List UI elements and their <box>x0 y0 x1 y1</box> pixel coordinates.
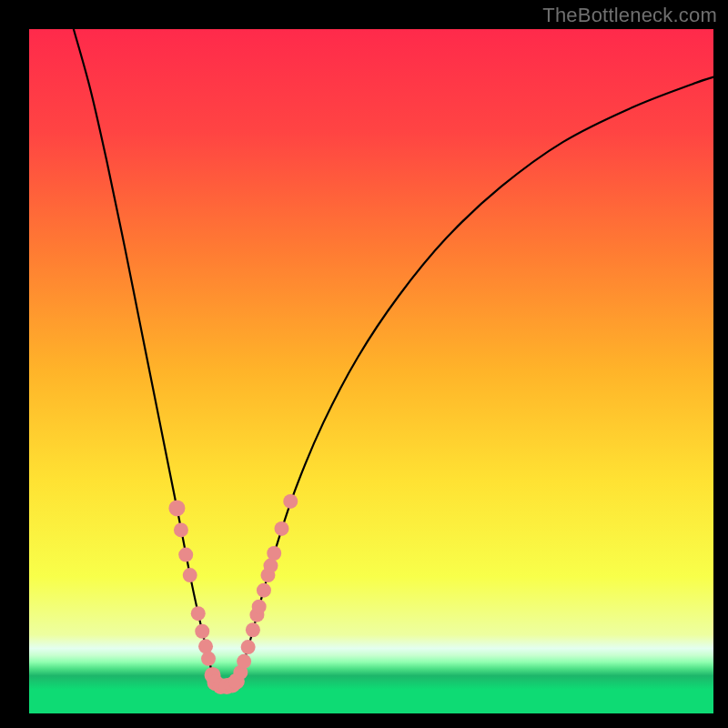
data-marker <box>252 600 267 614</box>
curve-right-branch <box>235 77 713 685</box>
data-marker <box>191 606 206 621</box>
data-marker <box>168 500 185 516</box>
data-marker <box>274 521 288 536</box>
data-marker <box>174 522 188 537</box>
data-marker <box>178 548 193 562</box>
data-marker <box>195 624 209 639</box>
plot-frame <box>29 29 713 713</box>
curve-layer <box>29 29 713 713</box>
data-marker <box>283 494 298 509</box>
data-marker <box>257 583 271 598</box>
data-marker <box>263 559 278 573</box>
data-marker <box>183 568 197 582</box>
watermark-text: TheBottleneck.com <box>542 4 717 27</box>
data-marker <box>246 622 260 637</box>
data-marker <box>241 640 256 654</box>
data-marker <box>201 652 216 666</box>
chart-stage: TheBottleneck.com <box>0 0 728 728</box>
marker-group <box>168 494 298 694</box>
curve-left-branch <box>74 29 217 684</box>
data-marker <box>198 639 213 653</box>
data-marker <box>237 654 251 669</box>
data-marker <box>267 546 281 561</box>
